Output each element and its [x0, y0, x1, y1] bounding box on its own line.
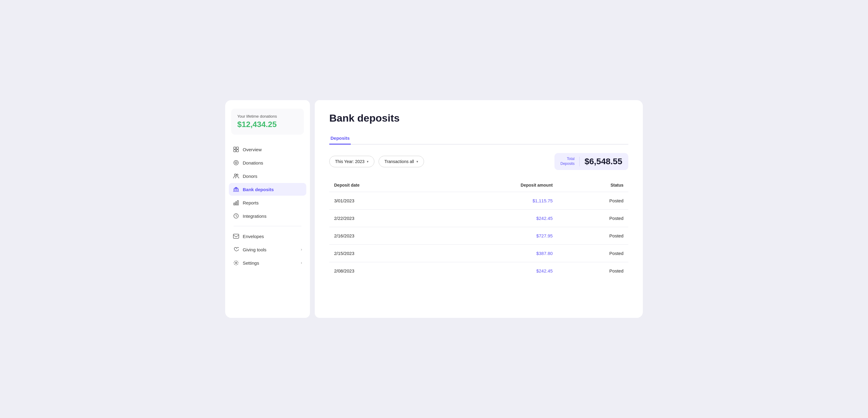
- sidebar-item-bank-deposits-label: Bank deposits: [243, 187, 274, 192]
- transactions-filter-button[interactable]: Transactions all ▾: [379, 156, 424, 167]
- tabs-bar: Deposits: [329, 132, 628, 144]
- svg-rect-2: [234, 150, 236, 152]
- total-deposits-badge: TotalDeposits $6,548.55: [554, 153, 628, 170]
- year-filter-label: This Year: 2023: [335, 159, 364, 164]
- cell-status-1: Posted: [557, 210, 628, 227]
- nav-divider: [234, 226, 302, 226]
- sidebar-item-bank-deposits[interactable]: Bank deposits: [229, 183, 306, 196]
- svg-point-5: [235, 162, 237, 164]
- svg-rect-9: [236, 189, 237, 191]
- deposits-table: Deposit date Deposit amount Status 3/01/…: [329, 180, 628, 280]
- cell-date-1: 2/22/2023: [329, 210, 434, 227]
- sidebar-item-settings[interactable]: Settings ›: [229, 256, 306, 269]
- sidebar-item-donors[interactable]: Donors: [229, 170, 306, 182]
- giving-tools-chevron-icon: ›: [301, 248, 302, 252]
- sidebar-item-overview-label: Overview: [243, 147, 262, 152]
- sidebar-item-reports[interactable]: Reports: [229, 196, 306, 209]
- nav-section: Overview Donations: [225, 143, 310, 269]
- cell-status-4: Posted: [557, 262, 628, 280]
- col-header-amount: Deposit amount: [434, 180, 557, 192]
- giving-icon: [233, 247, 239, 253]
- lifetime-amount: $12,434.25: [237, 120, 298, 129]
- sidebar: Your lifetime donations $12,434.25 Overv…: [225, 100, 310, 318]
- cell-date-2: 2/16/2023: [329, 227, 434, 245]
- sidebar-item-donations[interactable]: Donations: [229, 156, 306, 169]
- tab-deposits[interactable]: Deposits: [329, 132, 351, 144]
- sidebar-item-envelopes-label: Envelopes: [243, 234, 264, 239]
- transactions-filter-chevron-icon: ▾: [416, 160, 418, 164]
- sidebar-item-donors-label: Donors: [243, 173, 257, 179]
- main-content: Bank deposits Deposits This Year: 2023 ▾…: [315, 100, 643, 318]
- filters-row: This Year: 2023 ▾ Transactions all ▾ Tot…: [329, 153, 628, 170]
- app-container: Your lifetime donations $12,434.25 Overv…: [225, 100, 643, 318]
- col-header-date: Deposit date: [329, 180, 434, 192]
- svg-point-7: [237, 174, 238, 176]
- lifetime-label: Your lifetime donations: [237, 114, 298, 119]
- cell-amount-1: $242.45: [434, 210, 557, 227]
- chart-icon: [233, 200, 239, 206]
- sidebar-item-giving-tools-label: Giving tools: [243, 247, 266, 252]
- table-row[interactable]: 3/01/2023 $1,115.75 Posted: [329, 192, 628, 210]
- donations-icon: [233, 160, 239, 166]
- svg-point-4: [234, 161, 239, 165]
- cell-date-3: 2/15/2023: [329, 245, 434, 262]
- cell-status-2: Posted: [557, 227, 628, 245]
- sidebar-item-overview[interactable]: Overview: [229, 143, 306, 156]
- cell-status-3: Posted: [557, 245, 628, 262]
- svg-rect-15: [234, 234, 239, 238]
- svg-rect-11: [234, 203, 235, 205]
- svg-point-6: [235, 174, 236, 176]
- svg-rect-8: [234, 189, 235, 191]
- settings-icon: [233, 260, 239, 266]
- page-title: Bank deposits: [329, 112, 628, 124]
- svg-rect-13: [237, 200, 239, 205]
- cell-amount-4: $242.45: [434, 262, 557, 280]
- cell-date-4: 2/08/2023: [329, 262, 434, 280]
- svg-rect-12: [236, 202, 237, 205]
- sidebar-item-integrations[interactable]: Integrations: [229, 210, 306, 222]
- bank-icon: [233, 186, 239, 192]
- svg-rect-0: [234, 147, 236, 149]
- sidebar-item-envelopes[interactable]: Envelopes: [229, 230, 306, 243]
- year-filter-chevron-icon: ▾: [367, 160, 369, 164]
- sidebar-item-integrations-label: Integrations: [243, 214, 266, 219]
- cell-amount-0: $1,115.75: [434, 192, 557, 210]
- sidebar-item-settings-label: Settings: [243, 260, 259, 265]
- settings-chevron-icon: ›: [301, 261, 302, 265]
- table-row[interactable]: 2/16/2023 $727.95 Posted: [329, 227, 628, 245]
- cell-amount-2: $727.95: [434, 227, 557, 245]
- grid-icon: [233, 147, 239, 153]
- people-icon: [233, 173, 239, 179]
- table-row[interactable]: 2/22/2023 $242.45 Posted: [329, 210, 628, 227]
- envelopes-icon: [233, 233, 239, 239]
- sidebar-item-reports-label: Reports: [243, 200, 259, 205]
- table-header-row: Deposit date Deposit amount Status: [329, 180, 628, 192]
- cell-status-0: Posted: [557, 192, 628, 210]
- cell-date-0: 3/01/2023: [329, 192, 434, 210]
- col-header-status: Status: [557, 180, 628, 192]
- year-filter-button[interactable]: This Year: 2023 ▾: [329, 156, 374, 167]
- lifetime-card: Your lifetime donations $12,434.25: [231, 108, 304, 135]
- svg-rect-3: [236, 150, 239, 152]
- sidebar-item-donations-label: Donations: [243, 160, 263, 165]
- table-row[interactable]: 2/08/2023 $242.45 Posted: [329, 262, 628, 280]
- cell-amount-3: $387.80: [434, 245, 557, 262]
- total-deposits-amount: $6,548.55: [579, 157, 622, 166]
- svg-rect-1: [236, 147, 239, 149]
- svg-rect-10: [238, 189, 239, 191]
- total-deposits-label: TotalDeposits: [560, 157, 575, 166]
- sidebar-item-giving-tools[interactable]: Giving tools ›: [229, 243, 306, 256]
- svg-point-16: [236, 262, 237, 264]
- transactions-filter-label: Transactions all: [384, 159, 414, 164]
- integrations-icon: [233, 213, 239, 219]
- table-row[interactable]: 2/15/2023 $387.80 Posted: [329, 245, 628, 262]
